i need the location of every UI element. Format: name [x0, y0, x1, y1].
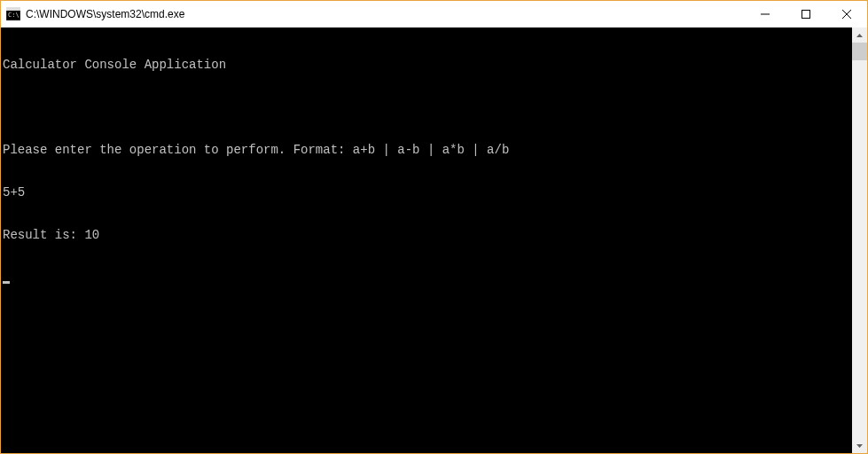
- console-line: Please enter the operation to perform. F…: [3, 143, 852, 157]
- svg-rect-4: [802, 11, 810, 19]
- console-output[interactable]: Calculator Console Application Please en…: [1, 27, 852, 453]
- console-line: 5+5: [3, 185, 852, 200]
- scroll-down-button[interactable]: [852, 438, 867, 453]
- scroll-track[interactable]: [852, 43, 867, 438]
- titlebar[interactable]: C:\ C:\WINDOWS\system32\cmd.exe: [1, 1, 867, 27]
- console-line: Calculator Console Application: [3, 58, 852, 72]
- cursor: [3, 281, 10, 284]
- maximize-button[interactable]: [786, 1, 826, 27]
- minimize-icon: [761, 10, 770, 19]
- svg-rect-1: [6, 8, 20, 11]
- cmd-window: C:\ C:\WINDOWS\system32\cmd.exe: [0, 0, 868, 454]
- close-icon: [842, 10, 851, 19]
- vertical-scrollbar[interactable]: [852, 27, 867, 453]
- scroll-up-button[interactable]: [852, 27, 867, 43]
- close-button[interactable]: [826, 1, 867, 27]
- cmd-icon: C:\: [6, 7, 20, 21]
- console-cursor-line: [3, 270, 852, 285]
- scroll-thumb[interactable]: [852, 43, 867, 60]
- svg-text:C:\: C:\: [8, 12, 20, 19]
- console-line: Result is: 10: [3, 228, 852, 242]
- minimize-button[interactable]: [745, 1, 786, 27]
- console-area: Calculator Console Application Please en…: [1, 27, 867, 453]
- console-line: [3, 100, 852, 114]
- window-title: C:\WINDOWS\system32\cmd.exe: [26, 8, 745, 20]
- maximize-icon: [802, 10, 810, 19]
- window-controls: [745, 1, 867, 27]
- chevron-down-icon: [856, 444, 863, 448]
- chevron-up-icon: [856, 34, 863, 37]
